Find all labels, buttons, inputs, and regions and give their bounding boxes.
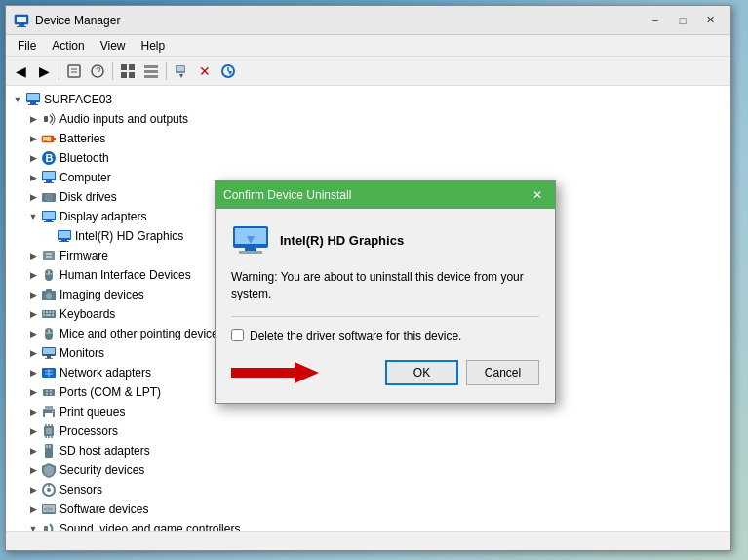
expand-sound[interactable]: ▼ — [25, 521, 41, 531]
svg-rect-12 — [129, 72, 135, 78]
tree-item-batteries[interactable]: ▶ + Batteries — [6, 129, 730, 148]
details-button[interactable] — [140, 60, 162, 82]
print-label: Print queues — [59, 405, 125, 419]
svg-rect-64 — [46, 314, 51, 316]
svg-rect-35 — [46, 180, 52, 182]
expand-processors[interactable]: ▶ — [25, 423, 41, 439]
toolbar: ◀ ▶ ? — [6, 57, 730, 86]
back-button[interactable]: ◀ — [10, 60, 31, 82]
sensors-label: Sensors — [59, 483, 102, 497]
expand-firmware[interactable]: ▶ — [25, 248, 41, 263]
dialog-separator — [231, 316, 539, 317]
scan-button[interactable] — [217, 60, 239, 82]
svg-rect-48 — [43, 251, 55, 260]
processors-label: Processors — [59, 424, 118, 438]
expand-ports[interactable]: ▶ — [25, 384, 41, 400]
tree-item-audio[interactable]: ▶ Audio inputs and outputs — [6, 109, 730, 129]
dialog-warning-text: Warning: You are about to uninstall this… — [231, 269, 539, 302]
svg-rect-45 — [59, 231, 70, 238]
svg-rect-2 — [19, 24, 24, 26]
window-title: Device Manager — [35, 14, 643, 27]
dialog-device-row: Intel(R) HD Graphics — [231, 224, 539, 256]
cancel-button[interactable]: Cancel — [466, 360, 539, 385]
tree-item-print[interactable]: ▶ Print queues — [6, 402, 730, 421]
network-label: Network adapters — [59, 366, 151, 380]
confirm-uninstall-dialog: Confirm Device Uninstall ✕ Intel(R) HD G… — [215, 180, 556, 404]
software-label: Software devices — [59, 502, 148, 516]
svg-rect-13 — [144, 65, 158, 68]
monitor-icon — [41, 345, 57, 361]
arrow-container — [231, 358, 377, 387]
audio-label: Audio inputs and outputs — [59, 112, 188, 126]
menu-file[interactable]: File — [10, 37, 44, 55]
svg-rect-26 — [44, 116, 48, 122]
svg-point-99 — [47, 488, 51, 492]
expand-audio[interactable]: ▶ — [25, 111, 41, 127]
svg-rect-36 — [44, 182, 54, 183]
tree-item-sd[interactable]: ▶ SD host adapters — [6, 441, 730, 460]
svg-rect-46 — [61, 240, 67, 241]
expand-imaging[interactable]: ▶ — [25, 287, 41, 302]
expand-surface03[interactable]: ▼ — [10, 92, 25, 107]
menu-action[interactable]: Action — [44, 37, 92, 55]
title-bar: Device Manager − □ ✕ — [6, 6, 730, 35]
menu-view[interactable]: View — [93, 37, 134, 55]
minimize-button[interactable]: − — [643, 11, 668, 30]
dialog-close-button[interactable]: ✕ — [528, 186, 547, 204]
expand-sensors[interactable]: ▶ — [25, 482, 41, 498]
update-driver-button[interactable] — [171, 60, 192, 82]
expand-security[interactable]: ▶ — [25, 462, 41, 478]
imaging-icon — [41, 287, 57, 302]
svg-rect-57 — [46, 289, 52, 292]
expand-print[interactable]: ▶ — [25, 404, 41, 420]
expand-network[interactable]: ▶ — [25, 365, 41, 380]
forward-button[interactable]: ▶ — [33, 60, 55, 82]
expand-keyboards[interactable]: ▶ — [25, 306, 41, 322]
uninstall-button[interactable]: ✕ — [194, 60, 216, 82]
tree-item-sound[interactable]: ▼ Sound, video and game controllers — [6, 519, 730, 531]
svg-rect-72 — [47, 356, 51, 358]
close-button[interactable]: ✕ — [697, 11, 723, 30]
menu-help[interactable]: Help — [134, 37, 174, 55]
dialog-title-bar: Confirm Device Uninstall ✕ — [216, 181, 555, 209]
expand-disk[interactable]: ▶ — [25, 189, 41, 205]
sensors-icon — [41, 482, 57, 498]
tree-item-sensors[interactable]: ▶ Sensors — [6, 480, 730, 500]
svg-rect-60 — [46, 311, 48, 313]
intel-hd-label: Intel(R) HD Graphics — [75, 229, 183, 243]
help-button[interactable]: ? — [87, 60, 108, 82]
svg-rect-10 — [129, 64, 135, 70]
delete-driver-label[interactable]: Delete the driver software for this devi… — [250, 329, 461, 342]
expand-mice[interactable]: ▶ — [25, 326, 41, 341]
tree-item-security[interactable]: ▶ Security devices — [6, 460, 730, 480]
tree-item-software[interactable]: ▶ </> Software devices — [6, 500, 730, 519]
expand-computer[interactable]: ▶ — [25, 170, 41, 185]
delete-driver-checkbox[interactable] — [231, 329, 244, 341]
dialog-title: Confirm Device Uninstall — [223, 188, 528, 202]
svg-rect-82 — [50, 393, 52, 395]
expand-software[interactable]: ▶ — [25, 501, 41, 517]
svg-rect-62 — [52, 311, 54, 313]
svg-rect-43 — [44, 221, 54, 222]
tree-item-processors[interactable]: ▶ Processors — [6, 421, 730, 441]
expand-monitors[interactable]: ▶ — [25, 345, 41, 361]
properties-button[interactable] — [63, 60, 85, 82]
ok-button[interactable]: OK — [385, 360, 458, 385]
svg-rect-85 — [45, 413, 53, 417]
svg-rect-61 — [49, 311, 51, 313]
tree-item-bluetooth[interactable]: ▶ B Bluetooth — [6, 148, 730, 168]
expand-bluetooth[interactable]: ▶ — [25, 150, 41, 166]
expand-sd[interactable]: ▶ — [25, 443, 41, 459]
display-icon — [41, 209, 57, 224]
bluetooth-icon: B — [41, 150, 57, 166]
list-button[interactable] — [117, 60, 138, 82]
expand-batteries[interactable]: ▶ — [25, 131, 41, 146]
svg-rect-80 — [50, 390, 52, 392]
computer-tree-icon — [41, 170, 57, 185]
tree-item-surface03[interactable]: ▼ SURFACE03 — [6, 90, 730, 109]
svg-rect-88 — [46, 428, 52, 434]
expand-display[interactable]: ▼ — [25, 209, 41, 224]
expand-hid[interactable]: ▶ — [25, 267, 41, 283]
dialog-buttons: OK Cancel — [231, 358, 539, 387]
maximize-button[interactable]: □ — [670, 11, 695, 30]
